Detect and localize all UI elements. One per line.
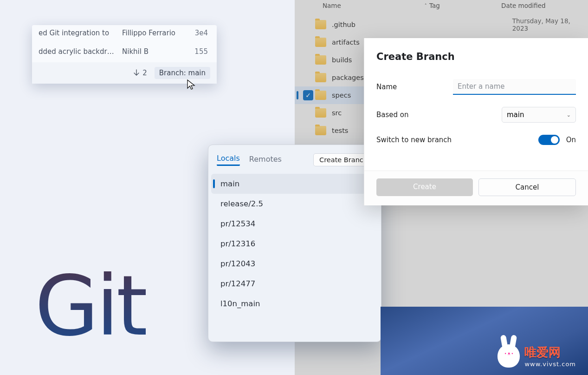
incoming-count[interactable]: 2 — [133, 69, 147, 77]
commit-row[interactable]: ed Git integration to Fillippo Ferrario … — [32, 25, 217, 44]
branch-item[interactable]: pr/12043 — [211, 254, 378, 274]
switch-state: On — [566, 136, 576, 144]
chevron-down-icon: ⌄ — [567, 112, 571, 118]
branch-item[interactable]: main — [211, 174, 378, 194]
sort-caret-icon: ˄ — [425, 3, 427, 8]
checkbox-icon[interactable] — [303, 37, 313, 47]
switch-label: Switch to new branch — [376, 136, 452, 144]
column-tag[interactable]: Tag — [429, 2, 501, 9]
create-button[interactable]: Create — [376, 178, 473, 196]
git-logo: Git — [35, 258, 146, 354]
bunny-face: • ᴥ • — [498, 352, 520, 356]
tab-locals[interactable]: Locals — [217, 154, 240, 166]
download-icon — [133, 69, 140, 77]
commit-history-panel: ed Git integration to Fillippo Ferrario … — [32, 25, 217, 84]
checkbox-icon[interactable] — [303, 55, 313, 65]
cancel-button[interactable]: Cancel — [478, 178, 576, 196]
folder-icon — [315, 73, 326, 82]
commit-hash: 3e4 — [189, 29, 208, 37]
branch-list: mainrelease/2.5pr/12534pr/12316pr/12043p… — [208, 169, 381, 342]
checkbox-icon[interactable] — [303, 72, 313, 83]
folder-icon — [315, 126, 326, 135]
watermark: • ᴥ • 唯爱网 www.vivst.com — [498, 344, 576, 368]
branch-item[interactable]: pr/12477 — [211, 274, 378, 294]
picker-header: Locals Remotes Create Branch — [208, 145, 381, 169]
folder-icon — [315, 38, 326, 47]
commit-row[interactable]: dded acrylic backdr… Nikhil B 155 — [32, 44, 217, 62]
name-row: Name — [376, 79, 576, 95]
tab-remotes[interactable]: Remotes — [249, 155, 282, 165]
folder-icon — [315, 91, 326, 100]
folder-icon — [315, 20, 326, 29]
explorer-columns[interactable]: Name ˄ Tag Date modified — [295, 0, 588, 11]
based-on-row: Based on main ⌄ — [376, 107, 576, 123]
commit-message: dded acrylic backdr… — [39, 47, 122, 56]
checkbox-icon[interactable] — [303, 108, 313, 118]
based-on-value: main — [507, 111, 524, 119]
branch-name-input[interactable] — [453, 79, 576, 95]
branch-item[interactable]: release/2.5 — [211, 194, 378, 214]
watermark-text: 唯爱网 — [524, 344, 576, 361]
branch-picker-flyout: Locals Remotes Create Branch mainrelease… — [208, 145, 381, 342]
based-on-label: Based on — [376, 111, 453, 119]
switch-toggle[interactable] — [538, 135, 560, 145]
based-on-select[interactable]: main ⌄ — [502, 107, 576, 123]
folder-icon — [315, 55, 326, 65]
file-date: Thursday, May 18, 2023 — [512, 17, 588, 32]
name-label: Name — [376, 83, 453, 91]
folder-icon — [315, 108, 326, 118]
commit-author: Nikhil B — [122, 47, 189, 56]
dialog-body: Name Based on main ⌄ Switch to new branc… — [364, 71, 588, 155]
checkbox-icon[interactable]: ✓ — [303, 90, 313, 100]
bunny-icon: • ᴥ • — [498, 344, 520, 368]
column-name[interactable]: Name — [323, 2, 341, 9]
dialog-footer: Create Cancel — [364, 171, 588, 205]
branch-item[interactable]: pr/12316 — [211, 234, 378, 254]
column-date[interactable]: Date modified — [501, 2, 546, 9]
branch-item[interactable]: pr/12534 — [211, 214, 378, 234]
branch-item[interactable]: l10n_main — [211, 294, 378, 314]
file-name: .github — [332, 21, 512, 28]
commit-author: Fillippo Ferrario — [122, 29, 189, 37]
switch-row: Switch to new branch On — [376, 135, 576, 145]
dialog-title: Create Branch — [364, 38, 588, 71]
cursor-icon — [187, 79, 196, 91]
watermark-url: www.vivst.com — [524, 361, 576, 368]
checkbox-icon[interactable] — [303, 20, 313, 30]
branch-button[interactable]: Branch: main — [155, 67, 210, 79]
file-row[interactable]: .githubThursday, May 18, 2023 — [295, 16, 588, 33]
incoming-number: 2 — [142, 69, 147, 77]
checkbox-icon[interactable] — [303, 125, 313, 136]
create-branch-dialog: Create Branch Name Based on main ⌄ Switc… — [364, 38, 588, 205]
commit-hash: 155 — [189, 47, 208, 56]
commit-message: ed Git integration to — [39, 29, 122, 37]
